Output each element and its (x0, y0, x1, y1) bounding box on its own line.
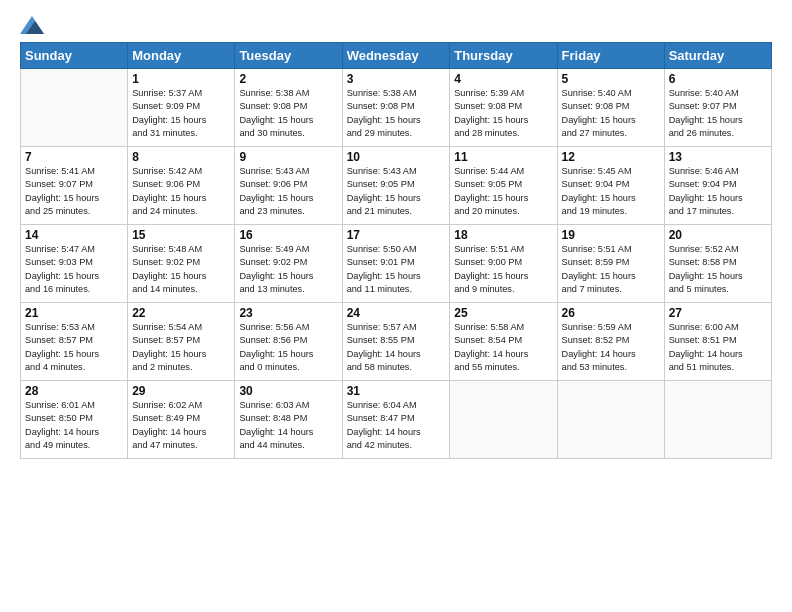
cell-sun-info: Sunrise: 5:52 AM Sunset: 8:58 PM Dayligh… (669, 243, 767, 296)
week-row-1: 1Sunrise: 5:37 AM Sunset: 9:09 PM Daylig… (21, 69, 772, 147)
day-number: 30 (239, 384, 337, 398)
day-number: 27 (669, 306, 767, 320)
calendar-cell: 2Sunrise: 5:38 AM Sunset: 9:08 PM Daylig… (235, 69, 342, 147)
col-header-wednesday: Wednesday (342, 43, 450, 69)
day-number: 29 (132, 384, 230, 398)
cell-sun-info: Sunrise: 5:38 AM Sunset: 9:08 PM Dayligh… (239, 87, 337, 140)
cell-sun-info: Sunrise: 5:48 AM Sunset: 9:02 PM Dayligh… (132, 243, 230, 296)
cell-sun-info: Sunrise: 5:50 AM Sunset: 9:01 PM Dayligh… (347, 243, 446, 296)
calendar-cell: 14Sunrise: 5:47 AM Sunset: 9:03 PM Dayli… (21, 225, 128, 303)
cell-sun-info: Sunrise: 5:38 AM Sunset: 9:08 PM Dayligh… (347, 87, 446, 140)
day-number: 15 (132, 228, 230, 242)
calendar-cell: 31Sunrise: 6:04 AM Sunset: 8:47 PM Dayli… (342, 381, 450, 459)
calendar-header-row: SundayMondayTuesdayWednesdayThursdayFrid… (21, 43, 772, 69)
calendar-cell: 30Sunrise: 6:03 AM Sunset: 8:48 PM Dayli… (235, 381, 342, 459)
day-number: 2 (239, 72, 337, 86)
calendar-cell: 18Sunrise: 5:51 AM Sunset: 9:00 PM Dayli… (450, 225, 557, 303)
cell-sun-info: Sunrise: 5:44 AM Sunset: 9:05 PM Dayligh… (454, 165, 552, 218)
cell-sun-info: Sunrise: 5:43 AM Sunset: 9:06 PM Dayligh… (239, 165, 337, 218)
day-number: 7 (25, 150, 123, 164)
calendar-cell: 1Sunrise: 5:37 AM Sunset: 9:09 PM Daylig… (128, 69, 235, 147)
calendar-cell: 17Sunrise: 5:50 AM Sunset: 9:01 PM Dayli… (342, 225, 450, 303)
day-number: 3 (347, 72, 446, 86)
day-number: 13 (669, 150, 767, 164)
week-row-2: 7Sunrise: 5:41 AM Sunset: 9:07 PM Daylig… (21, 147, 772, 225)
cell-sun-info: Sunrise: 5:57 AM Sunset: 8:55 PM Dayligh… (347, 321, 446, 374)
cell-sun-info: Sunrise: 5:56 AM Sunset: 8:56 PM Dayligh… (239, 321, 337, 374)
day-number: 11 (454, 150, 552, 164)
day-number: 23 (239, 306, 337, 320)
calendar-cell: 23Sunrise: 5:56 AM Sunset: 8:56 PM Dayli… (235, 303, 342, 381)
day-number: 31 (347, 384, 446, 398)
cell-sun-info: Sunrise: 5:45 AM Sunset: 9:04 PM Dayligh… (562, 165, 660, 218)
calendar-cell: 6Sunrise: 5:40 AM Sunset: 9:07 PM Daylig… (664, 69, 771, 147)
calendar-cell: 15Sunrise: 5:48 AM Sunset: 9:02 PM Dayli… (128, 225, 235, 303)
day-number: 28 (25, 384, 123, 398)
calendar-cell: 16Sunrise: 5:49 AM Sunset: 9:02 PM Dayli… (235, 225, 342, 303)
calendar-cell (664, 381, 771, 459)
calendar-cell: 22Sunrise: 5:54 AM Sunset: 8:57 PM Dayli… (128, 303, 235, 381)
day-number: 21 (25, 306, 123, 320)
calendar-cell: 28Sunrise: 6:01 AM Sunset: 8:50 PM Dayli… (21, 381, 128, 459)
day-number: 1 (132, 72, 230, 86)
cell-sun-info: Sunrise: 6:00 AM Sunset: 8:51 PM Dayligh… (669, 321, 767, 374)
calendar-cell: 10Sunrise: 5:43 AM Sunset: 9:05 PM Dayli… (342, 147, 450, 225)
col-header-sunday: Sunday (21, 43, 128, 69)
page: SundayMondayTuesdayWednesdayThursdayFrid… (0, 0, 792, 612)
calendar-cell: 26Sunrise: 5:59 AM Sunset: 8:52 PM Dayli… (557, 303, 664, 381)
cell-sun-info: Sunrise: 5:54 AM Sunset: 8:57 PM Dayligh… (132, 321, 230, 374)
calendar-cell: 21Sunrise: 5:53 AM Sunset: 8:57 PM Dayli… (21, 303, 128, 381)
week-row-4: 21Sunrise: 5:53 AM Sunset: 8:57 PM Dayli… (21, 303, 772, 381)
col-header-saturday: Saturday (664, 43, 771, 69)
cell-sun-info: Sunrise: 6:03 AM Sunset: 8:48 PM Dayligh… (239, 399, 337, 452)
header (20, 16, 772, 34)
calendar-cell: 12Sunrise: 5:45 AM Sunset: 9:04 PM Dayli… (557, 147, 664, 225)
day-number: 12 (562, 150, 660, 164)
calendar-cell: 19Sunrise: 5:51 AM Sunset: 8:59 PM Dayli… (557, 225, 664, 303)
calendar-cell: 24Sunrise: 5:57 AM Sunset: 8:55 PM Dayli… (342, 303, 450, 381)
day-number: 20 (669, 228, 767, 242)
calendar-cell: 11Sunrise: 5:44 AM Sunset: 9:05 PM Dayli… (450, 147, 557, 225)
calendar-cell: 29Sunrise: 6:02 AM Sunset: 8:49 PM Dayli… (128, 381, 235, 459)
calendar-cell (557, 381, 664, 459)
cell-sun-info: Sunrise: 5:58 AM Sunset: 8:54 PM Dayligh… (454, 321, 552, 374)
logo (20, 16, 46, 34)
cell-sun-info: Sunrise: 5:59 AM Sunset: 8:52 PM Dayligh… (562, 321, 660, 374)
cell-sun-info: Sunrise: 5:40 AM Sunset: 9:07 PM Dayligh… (669, 87, 767, 140)
cell-sun-info: Sunrise: 5:51 AM Sunset: 9:00 PM Dayligh… (454, 243, 552, 296)
day-number: 5 (562, 72, 660, 86)
day-number: 26 (562, 306, 660, 320)
day-number: 17 (347, 228, 446, 242)
calendar-cell: 13Sunrise: 5:46 AM Sunset: 9:04 PM Dayli… (664, 147, 771, 225)
col-header-tuesday: Tuesday (235, 43, 342, 69)
calendar-cell (21, 69, 128, 147)
logo-icon (20, 16, 44, 34)
col-header-friday: Friday (557, 43, 664, 69)
day-number: 18 (454, 228, 552, 242)
cell-sun-info: Sunrise: 5:40 AM Sunset: 9:08 PM Dayligh… (562, 87, 660, 140)
calendar-cell: 9Sunrise: 5:43 AM Sunset: 9:06 PM Daylig… (235, 147, 342, 225)
calendar-cell: 27Sunrise: 6:00 AM Sunset: 8:51 PM Dayli… (664, 303, 771, 381)
calendar-cell: 20Sunrise: 5:52 AM Sunset: 8:58 PM Dayli… (664, 225, 771, 303)
cell-sun-info: Sunrise: 5:49 AM Sunset: 9:02 PM Dayligh… (239, 243, 337, 296)
day-number: 25 (454, 306, 552, 320)
cell-sun-info: Sunrise: 6:04 AM Sunset: 8:47 PM Dayligh… (347, 399, 446, 452)
cell-sun-info: Sunrise: 5:39 AM Sunset: 9:08 PM Dayligh… (454, 87, 552, 140)
calendar-cell: 3Sunrise: 5:38 AM Sunset: 9:08 PM Daylig… (342, 69, 450, 147)
cell-sun-info: Sunrise: 5:46 AM Sunset: 9:04 PM Dayligh… (669, 165, 767, 218)
day-number: 10 (347, 150, 446, 164)
cell-sun-info: Sunrise: 5:37 AM Sunset: 9:09 PM Dayligh… (132, 87, 230, 140)
day-number: 6 (669, 72, 767, 86)
cell-sun-info: Sunrise: 5:42 AM Sunset: 9:06 PM Dayligh… (132, 165, 230, 218)
calendar-table: SundayMondayTuesdayWednesdayThursdayFrid… (20, 42, 772, 459)
cell-sun-info: Sunrise: 5:43 AM Sunset: 9:05 PM Dayligh… (347, 165, 446, 218)
calendar-cell: 4Sunrise: 5:39 AM Sunset: 9:08 PM Daylig… (450, 69, 557, 147)
day-number: 9 (239, 150, 337, 164)
day-number: 8 (132, 150, 230, 164)
day-number: 16 (239, 228, 337, 242)
cell-sun-info: Sunrise: 5:51 AM Sunset: 8:59 PM Dayligh… (562, 243, 660, 296)
calendar-cell: 5Sunrise: 5:40 AM Sunset: 9:08 PM Daylig… (557, 69, 664, 147)
calendar-cell: 25Sunrise: 5:58 AM Sunset: 8:54 PM Dayli… (450, 303, 557, 381)
day-number: 19 (562, 228, 660, 242)
calendar-cell (450, 381, 557, 459)
